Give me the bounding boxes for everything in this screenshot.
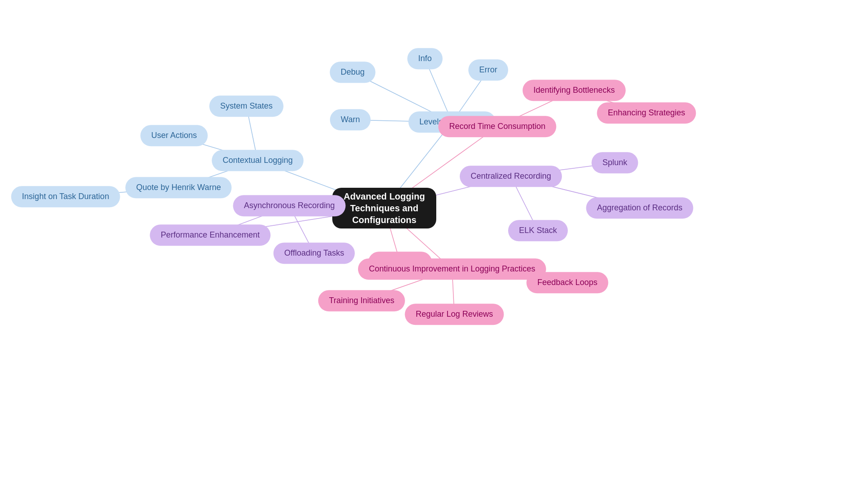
- node-offloading_tasks[interactable]: Offloading Tasks: [274, 243, 355, 264]
- node-quote_by_henrik[interactable]: Quote by Henrik Warne: [125, 177, 231, 198]
- node-error[interactable]: Error: [468, 59, 508, 81]
- node-info[interactable]: Info: [407, 48, 443, 69]
- node-performance_enhancement[interactable]: Performance Enhancement: [150, 224, 270, 246]
- node-contextual_logging[interactable]: Contextual Logging: [212, 150, 303, 171]
- node-splunk[interactable]: Splunk: [591, 152, 638, 173]
- node-continuous_improvement[interactable]: Continuous Improvement in Logging Practi…: [358, 258, 546, 280]
- node-training_initiatives[interactable]: Training Initiatives: [318, 290, 405, 311]
- node-warn[interactable]: Warn: [330, 109, 371, 130]
- node-enhancing_strategies[interactable]: Enhancing Strategies: [597, 102, 696, 124]
- node-feedback_loops[interactable]: Feedback Loops: [526, 272, 608, 293]
- node-record_time_consumption[interactable]: Record Time Consumption: [438, 116, 556, 137]
- node-center[interactable]: Advanced Logging Techniques and Configur…: [332, 188, 436, 228]
- node-elk_stack[interactable]: ELK Stack: [508, 220, 568, 241]
- node-identifying_bottlenecks[interactable]: Identifying Bottlenecks: [523, 80, 626, 101]
- mind-map: Advanced Logging Techniques and Configur…: [0, 0, 868, 490]
- node-system_states[interactable]: System States: [209, 95, 283, 117]
- node-debug[interactable]: Debug: [330, 62, 375, 83]
- node-aggregation_of_records[interactable]: Aggregation of Records: [586, 197, 693, 219]
- node-regular_log_reviews[interactable]: Regular Log Reviews: [405, 304, 504, 325]
- node-centralized_recording[interactable]: Centralized Recording: [460, 166, 562, 187]
- node-asynchronous_recording[interactable]: Asynchronous Recording: [233, 195, 345, 216]
- node-insight_on_task[interactable]: Insight on Task Duration: [11, 186, 120, 207]
- connection-lines: [0, 0, 868, 490]
- node-user_actions[interactable]: User Actions: [140, 125, 208, 146]
